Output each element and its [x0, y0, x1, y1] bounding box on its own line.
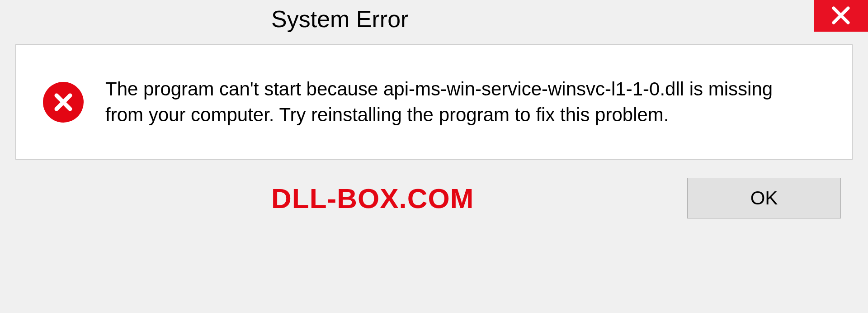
error-message: The program can't start because api-ms-w…	[105, 76, 806, 128]
error-icon-container	[43, 82, 84, 123]
dialog-title: System Error	[271, 5, 408, 33]
titlebar: System Error	[0, 0, 868, 32]
dialog-footer: DLL-BOX.COM OK	[0, 160, 868, 218]
close-button[interactable]	[814, 0, 868, 32]
dialog-body: The program can't start because api-ms-w…	[15, 44, 853, 160]
watermark-text: DLL-BOX.COM	[271, 182, 474, 214]
error-dialog: System Error The program can't start bec…	[0, 0, 868, 313]
close-icon	[831, 5, 851, 27]
error-icon	[43, 82, 84, 123]
ok-button[interactable]: OK	[687, 178, 841, 218]
